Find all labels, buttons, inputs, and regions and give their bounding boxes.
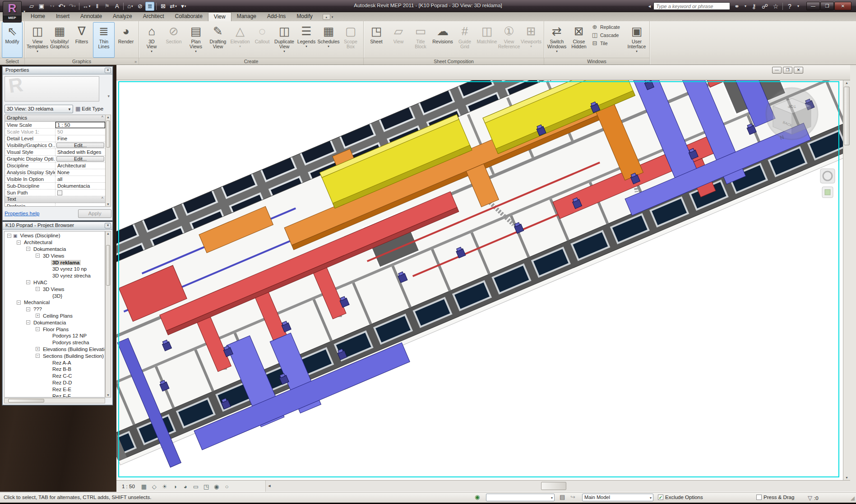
tree-item-elevations-building-elevation-[interactable]: +Elevations (Building Elevation) [5, 346, 105, 353]
view-minimize-icon[interactable]: — [772, 67, 782, 74]
key-icon[interactable]: ⚷ [750, 3, 758, 10]
ribbon-toggle-dropdown-icon[interactable]: ▾ [332, 15, 333, 19]
redo-dropdown-icon[interactable]: ▾ [74, 5, 76, 8]
show-crop-region-icon[interactable]: ◳ [202, 483, 210, 490]
switch-windows-dropdown-icon[interactable]: ▾ [175, 5, 177, 8]
plan-views-dropdown-icon[interactable]: ▾ [195, 50, 197, 53]
duplicate-view-button[interactable]: ◫Duplicate View▾ [273, 22, 295, 58]
type-preview-dropdown-icon[interactable]: ▾ [107, 94, 110, 98]
sun-path-checkbox[interactable] [57, 190, 62, 195]
qat-close-hidden-windows[interactable]: ⊠ [158, 2, 167, 11]
qat-section[interactable]: ⊘ [135, 2, 144, 11]
qat-3d-view[interactable]: ⌂▾ [125, 2, 134, 11]
qat-tag[interactable]: ⚑ [102, 2, 111, 11]
press-drag-checkbox[interactable]: Press & Drag [756, 495, 794, 500]
collapse-node-icon[interactable]: − [36, 354, 40, 358]
tree-item-mechanical[interactable]: −Mechanical [5, 299, 105, 306]
tree-item-dokumentacia[interactable]: −Dokumentacia [5, 246, 105, 253]
sync-dropdown-icon[interactable]: ▾ [53, 5, 55, 8]
tree-item-3d-views[interactable]: −3D Views [5, 252, 105, 259]
collapse-node-icon[interactable]: − [26, 320, 30, 324]
project-browser-title-bar[interactable]: K10 Poprad - Project Browser ✕ [3, 222, 112, 230]
tab-modify[interactable]: Modify [291, 12, 318, 21]
tree-item-podorys-12-np[interactable]: Podorys 12 NP [5, 333, 105, 339]
scroll-thumb[interactable] [844, 87, 850, 145]
view-templates-dropdown-icon[interactable]: ▾ [37, 50, 38, 53]
property-value[interactable]: Edit... [56, 142, 105, 148]
collapse-node-icon[interactable]: − [36, 287, 40, 291]
apply-button[interactable]: Apply [78, 209, 111, 218]
3d-view-dropdown-icon[interactable]: ▾ [131, 5, 133, 8]
tile-button[interactable]: ⊟Tile [591, 40, 625, 46]
close-button[interactable]: ✕ [834, 2, 851, 10]
edit-button[interactable]: Edit... [56, 156, 104, 162]
tree-item-rez-f-f[interactable]: Rez F-F [5, 393, 105, 398]
measure-dropdown-icon[interactable]: ▾ [89, 5, 91, 8]
exit-icon[interactable]: ↪ [570, 494, 575, 500]
scroll-thumb[interactable] [106, 120, 110, 148]
tab-collaborate[interactable]: Collaborate [169, 12, 208, 21]
panel-label-sheet-composition[interactable]: Sheet Composition [364, 58, 544, 65]
expand-node-icon[interactable]: + [36, 314, 40, 318]
tab-architect[interactable]: Architect [138, 12, 170, 21]
type-selector-dropdown-icon[interactable]: ▼ [68, 107, 71, 111]
tree-item-rez-a-a[interactable]: Rez A-A [5, 359, 105, 366]
replicate-button[interactable]: ⊕Replicate [591, 23, 625, 30]
worksets-icon[interactable]: ◉ [475, 494, 480, 500]
qat-switch-windows[interactable]: ⇄▾ [168, 2, 178, 11]
design-option-combo[interactable]: Main Model ▾ [582, 494, 653, 501]
resize-grip[interactable]: ◢ [851, 495, 855, 501]
property-section-graphics[interactable]: Graphics^ [5, 115, 105, 122]
tree-item-sections-building-section-[interactable]: −Sections (Building Section) [5, 352, 105, 359]
checkbox-checked-icon[interactable]: ✓ [658, 495, 663, 500]
binoculars-icon[interactable]: ⚭ [733, 3, 741, 10]
tree-item-hvac[interactable]: −HVAC [5, 279, 105, 286]
tab-add-ins[interactable]: Add-Ins [262, 12, 291, 21]
checkbox-unchecked-icon[interactable] [756, 495, 762, 500]
scroll-down-icon[interactable]: ▼ [106, 203, 111, 206]
scale-button[interactable]: 1 : 50 [122, 484, 135, 489]
schedules-button[interactable]: ▦Schedules▾ [318, 22, 339, 58]
property-value[interactable]: 50 [56, 129, 105, 135]
tree-item-3d-reklama[interactable]: 3D reklama [5, 259, 105, 266]
tree-item-views-discipline-[interactable]: −▣Views (Discipline) [5, 232, 105, 239]
scroll-up-icon[interactable]: ▲ [106, 232, 111, 235]
model-3d-view[interactable]: TOP BACK N [116, 80, 843, 480]
tree-item-3d-views[interactable]: −3D Views [5, 286, 105, 292]
scroll-left-icon[interactable]: ◀ [267, 484, 272, 488]
temporary-hide-isolate-icon[interactable]: ◉ [213, 483, 221, 490]
model-canvas[interactable]: TOP BACK N [116, 80, 843, 480]
view-close-icon[interactable]: ✕ [794, 67, 803, 74]
plan-views-button[interactable]: ▤Plan Views▾ [185, 22, 207, 58]
navigation-bar[interactable] [820, 169, 835, 198]
panel-label-graphics[interactable]: Graphics» [25, 58, 139, 65]
property-value[interactable]: Architectural [56, 162, 105, 169]
panel-label-select[interactable]: Select [0, 58, 24, 65]
3d-view-button[interactable]: ⌂3D View▾ [141, 22, 162, 58]
revit-logo-button[interactable]: R MEP ▾ [3, 1, 22, 23]
tree-item-rez-d-d[interactable]: Rez D-D [5, 379, 105, 386]
property-value[interactable]: Shaded with Edges [56, 149, 105, 155]
visibility-graphics-button[interactable]: ▦Visibility/ Graphics [49, 22, 70, 58]
tab-view[interactable]: View [208, 12, 231, 21]
tree-item-rez-e-e[interactable]: Rez E-E [5, 386, 105, 393]
switch-windows-button[interactable]: ⇄Switch Windows▾ [546, 22, 568, 58]
collapse-section-icon[interactable]: ^ [102, 196, 103, 203]
qat-open-folder[interactable]: ▱ [27, 2, 36, 11]
sun-path-icon[interactable]: ☀ [161, 483, 169, 490]
panel-label-windows[interactable]: Windows [544, 58, 649, 65]
3d-view-dropdown-icon[interactable]: ▾ [151, 50, 153, 53]
collapse-node-icon[interactable]: − [26, 247, 30, 251]
tree-item--3d-[interactable]: {3D} [5, 292, 105, 299]
reveal-hidden-icon[interactable]: ○ [223, 483, 231, 490]
editable-only-icon[interactable]: ▤ [560, 494, 565, 500]
legends-dropdown-icon[interactable]: ▾ [305, 45, 307, 48]
qat-redo[interactable]: ↷▾ [67, 2, 77, 11]
scroll-down-icon[interactable]: ▼ [843, 476, 850, 479]
edit-type-button[interactable]: ▦ Edit Type [75, 106, 103, 112]
render-button[interactable]: ◕Render [115, 22, 137, 58]
tree-item-ceiling-plans[interactable]: +Ceiling Plans [5, 313, 105, 319]
collapse-search-icon[interactable]: ◄ [648, 4, 652, 9]
scroll-thumb[interactable] [106, 245, 110, 286]
tree-item-rez-c-c[interactable]: Rez C-C [5, 373, 105, 379]
